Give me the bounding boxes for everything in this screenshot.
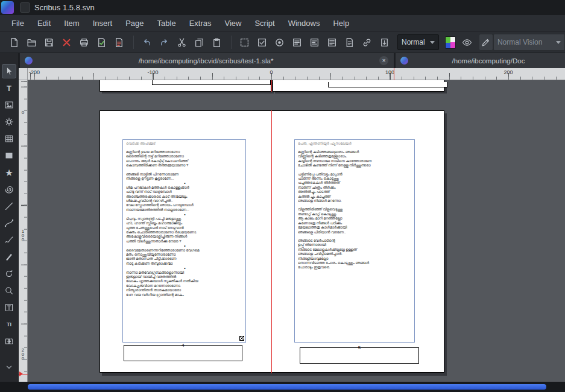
menu-item[interactable]: Item: [57, 15, 86, 32]
page-number: 5: [300, 345, 418, 350]
rotate-item-tool[interactable]: [2, 267, 16, 281]
preflight-verifier-icon[interactable]: [93, 34, 109, 50]
page-number-frame-5[interactable]: 5: [300, 347, 419, 364]
menu-page[interactable]: Page: [119, 15, 150, 32]
text-properties-b-icon[interactable]: [306, 34, 322, 50]
document-text-icon[interactable]: [341, 34, 357, 50]
edit-in-preview-button[interactable]: [479, 34, 493, 51]
poem-body-left: മണ്ണിന്റെ ഉടയ മറിഞ്ഞോരാണോഒരെത്തിന്റെ നട്…: [125, 150, 244, 297]
insert-image-frame-tool[interactable]: [2, 98, 16, 112]
save-as-pdf-icon[interactable]: [111, 34, 127, 50]
poem-line: അഷോളവിടെയൊളിച്ചിരുന്ന നിങ്ങൾ: [126, 235, 244, 239]
text-properties-a-icon[interactable]: [289, 34, 305, 50]
link-annotation-icon[interactable]: [359, 34, 374, 50]
insert-table-tool[interactable]: [2, 131, 16, 146]
new-document-icon[interactable]: [6, 34, 22, 50]
poem-line: ആ കാലം മാറി മറഞ്ഞല്ലോ: [298, 217, 412, 221]
poem-line: നിങ്ങളിയാവുമല്ലോ: [298, 257, 412, 261]
close-icon[interactable]: [58, 34, 74, 50]
toolbar-separator: [133, 36, 134, 49]
poem-line: ദൈവമേതാണെന്നറിഞ്ഞോരാണോ വേഗമെ: [126, 248, 244, 253]
text-frame-page-5[interactable]: പേരു, എന്തണിയുർ ഫ്യൂസലേയർ മണ്ണിന്റെ കുടി…: [294, 139, 415, 343]
edit-contents-tool[interactable]: [2, 300, 16, 315]
text-frame-page-4[interactable]: വെടിക്ക അഹമ്മദ് മണ്ണിന്റെ ഉടയ മറിഞ്ഞോരാണ…: [122, 139, 246, 343]
insert-shape-tool[interactable]: [2, 148, 16, 163]
scribus-window: Scribus 1.5.8.svn FileEditItemInsertPage…: [0, 0, 565, 392]
zoom-tool[interactable]: [2, 283, 16, 298]
print-icon[interactable]: [76, 34, 92, 50]
poem-line: അഞ്ചെത്തരക്കാരടെ കാട് തിന്മയിലും: [126, 195, 244, 199]
undo-icon[interactable]: [139, 34, 154, 50]
poem-line: നാണയമോതിരത്തിൽ നല്ലൊരാണേ...: [126, 208, 244, 212]
insert-calligraphic-line-tool[interactable]: [2, 250, 16, 264]
insert-text-frame-tool[interactable]: T: [2, 81, 16, 95]
copy-icon[interactable]: [191, 34, 207, 50]
redo-icon[interactable]: [156, 34, 172, 50]
link-text-frames-tool[interactable]: [2, 334, 16, 349]
menu-help[interactable]: Help: [326, 15, 356, 32]
window-title: Scribus 1.5.8.svn: [34, 3, 95, 12]
stanza-gap: [126, 168, 244, 172]
export-frame-icon[interactable]: [376, 34, 392, 50]
menu-edit[interactable]: Edit: [31, 15, 57, 32]
text-properties-c-icon[interactable]: [324, 34, 339, 50]
poem-line: പണ്ടു വന്ന് നാട് വാഴുമ്പോൾ: [126, 190, 244, 194]
chevron-down-icon: [430, 41, 435, 44]
insert-bezier-curve-tool[interactable]: [2, 216, 16, 230]
poem-line: കയ്യിന്റെ തഴമ്പാലേ നാടിനെ കാത്തോരാണേ: [298, 159, 412, 163]
menu-table[interactable]: Table: [151, 15, 183, 32]
insert-spiral-tool[interactable]: [2, 182, 16, 197]
menu-file[interactable]: File: [5, 15, 31, 32]
tab-doc[interactable]: /home/ibcomputing/Doc: [396, 53, 565, 68]
menu-insert[interactable]: Insert: [86, 15, 119, 32]
horizontal-scrollbar-track[interactable]: [0, 382, 565, 392]
poem-line: ഞങ്ങളെ നിങ്ങൾ മറന്നോ.: [298, 199, 412, 203]
canvas[interactable]: വെടിക്ക അഹമ്മദ് മണ്ണിന്റെ ഉടയ മറിഞ്ഞോരാണ…: [28, 80, 565, 382]
poem-line: ഒരെത്തിന്റെ നട്ട് മറിഞ്ഞോരാണോ: [126, 154, 244, 159]
view-quality-select[interactable]: Normal: [397, 34, 439, 50]
more-tools-chevron-icon[interactable]: [2, 362, 16, 373]
toggle-checkbox-icon[interactable]: [254, 34, 270, 50]
menu-windows[interactable]: Windows: [282, 15, 327, 32]
tab-close-icon[interactable]: ✕: [379, 56, 388, 65]
select-item-tool[interactable]: [2, 64, 16, 78]
insert-polygon-tool[interactable]: ★: [2, 165, 16, 180]
insert-render-frame-tool[interactable]: [2, 115, 16, 129]
preview-mode-eye-icon[interactable]: [461, 34, 474, 50]
color-management-icon[interactable]: [445, 36, 456, 49]
vertical-ruler[interactable]: 01 0 02 0 0: [19, 80, 28, 382]
chevron-down-icon: [556, 41, 561, 44]
ruler-label: 100: [385, 69, 394, 75]
insert-freehand-line-tool[interactable]: [2, 233, 16, 247]
insert-line-tool[interactable]: [2, 199, 16, 213]
ruler-origin-corner[interactable]: [19, 68, 28, 80]
document-tab-bar: /home/ibcomputing/ibcvid/scribus/test-1.…: [0, 53, 565, 68]
poem-line: ശീമ പറങ്കികൾ മത്തകൾ കൊള്ളക്കാർ: [126, 186, 244, 190]
previous-page-bottom-right: [273, 80, 444, 92]
scribus-file-icon: [400, 57, 408, 65]
window-document-icon: [20, 2, 30, 13]
scribus-file-icon: [25, 57, 33, 65]
target-icon[interactable]: [271, 34, 287, 50]
horizontal-scrollbar-thumb[interactable]: [28, 384, 546, 390]
open-icon[interactable]: [24, 34, 39, 50]
page-number-frame-4[interactable]: 4: [124, 345, 242, 361]
edit-text-story-editor-tool[interactable]: TI: [2, 317, 16, 332]
poem-line: പാടിന്ന് അന്നം കൊടുത്തു: [298, 177, 412, 181]
ruler-label: 2 0 0: [19, 348, 27, 361]
tab-test-1-sla[interactable]: /home/ibcomputing/ibcvid/scribus/test-1.…: [20, 53, 394, 68]
horizontal-ruler[interactable]: -200-1000100200: [28, 68, 565, 80]
select-frame-icon[interactable]: [236, 34, 252, 50]
menu-bar: FileEditItemInsertPageTableExtrasViewScr…: [0, 15, 565, 32]
save-icon[interactable]: [41, 34, 57, 50]
poem-line: ഹേ! വയ വർഗീയ ഗ്രാന്തിന്റെ മാകം: [126, 293, 244, 297]
cut-icon[interactable]: [174, 34, 189, 50]
menu-extras[interactable]: Extras: [183, 15, 218, 32]
menu-view[interactable]: View: [218, 15, 248, 32]
poem-line: നിങ്ങടെ മേലാളുകൾക്കില്ലല്ലേ ഉള്ളത്: [298, 248, 412, 252]
paste-icon[interactable]: [209, 34, 224, 50]
menu-script[interactable]: Script: [248, 15, 281, 32]
poem-line: നിങ്ങളെ ഊട്ടണ കൂട്ടരാണേ...: [126, 177, 244, 181]
previous-page-bottom-left: [99, 80, 271, 92]
poem-title-right: പേരു, എന്തണിയുർ ഫ്യൂസലേയർ: [298, 142, 412, 146]
